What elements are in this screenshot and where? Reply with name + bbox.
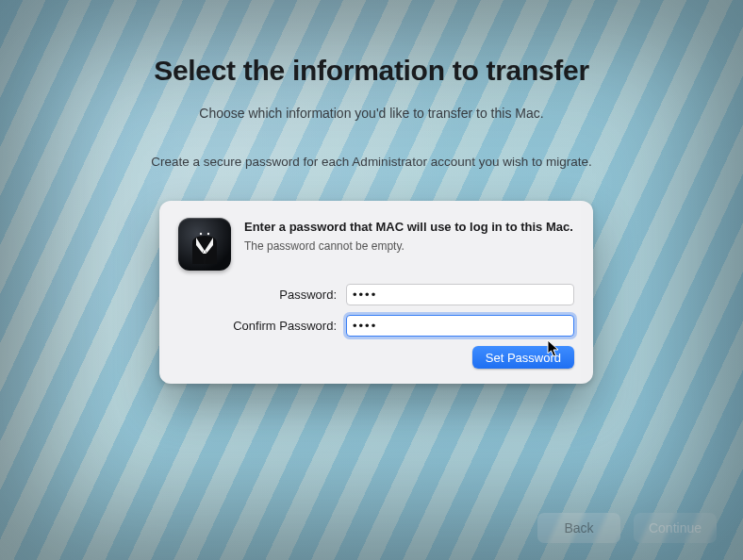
password-form: Password: Confirm Password: Set Password: [178, 284, 574, 369]
password-field[interactable]: [346, 284, 574, 305]
password-label: Password:: [178, 288, 346, 302]
set-password-button[interactable]: Set Password: [472, 346, 574, 369]
dialog-subtext: The password cannot be empty.: [244, 239, 573, 253]
confirm-password-label: Confirm Password:: [178, 319, 346, 333]
svg-point-0: [200, 233, 202, 235]
dialog-heading: Enter a password that MAC will use to lo…: [244, 220, 573, 234]
back-button[interactable]: Back: [537, 513, 620, 543]
set-password-dialog: Enter a password that MAC will use to lo…: [159, 201, 593, 384]
svg-point-1: [207, 233, 209, 235]
setup-assistant-icon: [178, 218, 231, 271]
confirm-password-field[interactable]: [346, 315, 574, 337]
footer-buttons: Back Continue: [537, 513, 717, 543]
continue-button[interactable]: Continue: [634, 513, 717, 543]
